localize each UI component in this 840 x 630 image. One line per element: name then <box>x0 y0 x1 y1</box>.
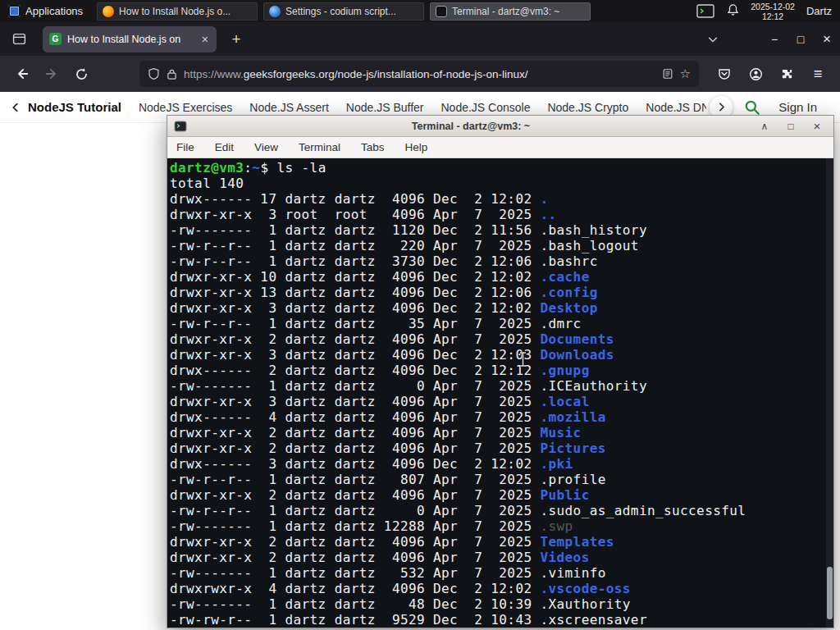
browser-tab-bar: G How to Install Node.js on × + − □ × <box>0 22 840 56</box>
file-name: Documents <box>540 331 614 347</box>
forward-button[interactable] <box>38 61 66 87</box>
bookmark-star-icon[interactable]: ☆ <box>680 66 691 81</box>
tab-title: How to Install Node.js on <box>67 34 194 45</box>
terminal-listing-line: drwxr-xr-x 2 dartz dartz 4096 Apr 7 2025… <box>170 534 833 550</box>
site-nav-link[interactable]: Node.JS Assert <box>249 101 329 114</box>
terminal-listing-line: drwx------ 17 dartz dartz 4096 Dec 2 12:… <box>170 191 833 207</box>
notification-bell-icon[interactable] <box>727 3 739 19</box>
file-name: Desktop <box>540 300 597 316</box>
file-attributes: -rw------- 1 dartz dartz 532 Apr 7 2025 <box>170 565 540 581</box>
taskbar-window-icon <box>269 6 281 17</box>
lock-icon[interactable] <box>167 68 177 80</box>
terminal-window: Terminal - dartz@vm3: ~ ∧ □ × FileEditVi… <box>167 115 834 628</box>
file-name: .. <box>540 207 556 222</box>
pocket-icon[interactable] <box>710 61 738 87</box>
tracking-shield-icon[interactable] <box>148 67 160 80</box>
terminal-listing-line: drwxr-xr-x 13 dartz dartz 4096 Dec 2 12:… <box>170 285 833 300</box>
site-nav-link[interactable]: NodeJS Exercises <box>139 101 232 114</box>
terminal-prompt-separator: : <box>244 160 252 176</box>
file-name: .vscode-oss <box>540 581 630 596</box>
file-name: .profile <box>540 472 605 487</box>
terminal-menu-item[interactable]: Help <box>405 141 428 153</box>
taskbar-window-button[interactable]: How to Install Node.js o... <box>97 2 258 21</box>
file-name: .bash_history <box>540 222 646 238</box>
terminal-listing-line: drwxrwxr-x 4 dartz dartz 4096 Dec 2 12:0… <box>170 581 833 596</box>
search-icon[interactable] <box>744 99 760 116</box>
terminal-scrollbar-thumb[interactable] <box>827 567 833 619</box>
applications-menu-button[interactable]: Applications <box>0 0 91 22</box>
site-favicon: G <box>49 33 62 45</box>
tab-close-icon[interactable]: × <box>200 33 210 46</box>
site-nav-link[interactable]: Node.JS Buffer <box>346 101 424 114</box>
browser-tab[interactable]: G How to Install Node.js on × <box>43 26 217 52</box>
back-button[interactable] <box>8 61 36 87</box>
terminal-output[interactable]: dartz@vm3:~$ ls -la total 140 drwx------… <box>167 158 833 628</box>
firefox-view-icon[interactable] <box>7 27 31 52</box>
terminal-menu-item[interactable]: File <box>176 141 194 153</box>
file-attributes: -rw------- 1 dartz dartz 0 Apr 7 2025 <box>170 378 540 394</box>
panel-username: Dartz <box>806 5 832 17</box>
terminal-listing-line: drwxr-xr-x 10 dartz dartz 4096 Dec 2 12:… <box>170 269 833 285</box>
tray-terminal-icon[interactable] <box>696 4 715 19</box>
terminal-menubar: FileEditViewTerminalTabsHelp <box>167 137 833 158</box>
file-attributes: drwxr-xr-x 2 dartz dartz 4096 Apr 7 2025 <box>170 550 540 565</box>
file-name: .ICEauthority <box>540 378 646 394</box>
minimize-button[interactable]: − <box>761 33 788 46</box>
site-nav-link[interactable]: Node.JS Console <box>441 101 530 114</box>
terminal-listing-line: -rw-r--r-- 1 dartz dartz 3730 Dec 2 12:0… <box>170 253 833 269</box>
file-name: Templates <box>540 534 614 550</box>
terminal-titlebar[interactable]: Terminal - dartz@vm3: ~ ∧ □ × <box>167 116 833 137</box>
list-all-tabs-icon[interactable] <box>699 34 727 45</box>
site-nav-link[interactable]: NodeJS Tutorial <box>28 100 121 114</box>
site-nav-link[interactable]: Node.JS DNS <box>646 101 706 114</box>
taskbar-window-button[interactable]: Settings - codium script... <box>263 2 424 21</box>
file-attributes: drwxr-xr-x 2 dartz dartz 4096 Apr 7 2025 <box>170 425 540 441</box>
terminal-listing-line: drwxr-xr-x 3 dartz dartz 4096 Dec 2 12:0… <box>170 347 833 363</box>
terminal-shade-button[interactable]: ∧ <box>755 121 774 132</box>
file-name: .local <box>540 394 589 409</box>
panel-tray: 2025-12-02 12:12 Dartz <box>696 0 840 22</box>
terminal-prompt-symbol: $ <box>260 160 268 176</box>
terminal-listing-line: -rw------- 1 dartz dartz 48 Dec 2 10:39 … <box>170 596 833 612</box>
account-icon[interactable] <box>742 61 769 87</box>
file-name: .bash_logout <box>540 238 638 253</box>
new-tab-button[interactable]: + <box>225 30 248 48</box>
taskbar-window-button[interactable]: Terminal - dartz@vm3: ~ <box>430 2 591 21</box>
site-nav-links: NodeJS TutorialNodeJS ExercisesNode.JS A… <box>28 100 706 114</box>
file-attributes: drwx------ 3 dartz dartz 4096 Dec 2 12:0… <box>170 456 540 472</box>
site-nav-link[interactable]: Node.JS Crypto <box>547 101 628 114</box>
file-name: .dmrc <box>540 316 581 331</box>
file-attributes: -rw-r--r-- 1 dartz dartz 807 Apr 7 2025 <box>170 472 540 487</box>
file-attributes: -rw------- 1 dartz dartz 12288 Apr 7 202… <box>170 518 540 534</box>
terminal-maximize-button[interactable]: □ <box>781 121 801 132</box>
file-name: .gnupg <box>540 363 589 378</box>
terminal-listing-line: drwxr-xr-x 3 root root 4096 Apr 7 2025 .… <box>170 207 833 222</box>
file-attributes: drwxr-xr-x 3 dartz dartz 4096 Dec 2 12:0… <box>170 300 540 316</box>
maximize-button[interactable]: □ <box>788 33 814 46</box>
terminal-menu-item[interactable]: Tabs <box>361 141 385 153</box>
file-attributes: drwxr-xr-x 2 dartz dartz 4096 Apr 7 2025 <box>170 534 540 550</box>
browser-toolbar: https://www.geeksforgeeks.org/node-js/in… <box>0 56 840 92</box>
terminal-menu-item[interactable]: Terminal <box>299 141 340 153</box>
sign-in-button[interactable]: Sign In <box>778 100 830 114</box>
url-bar[interactable]: https://www.geeksforgeeks.org/node-js/in… <box>139 61 699 87</box>
url-path: geeksforgeeks.org/node-js/installation-o… <box>244 68 528 80</box>
panel-clock[interactable]: 2025-12-02 12:12 <box>751 2 795 21</box>
terminal-close-button[interactable]: × <box>807 119 827 133</box>
terminal-menu-item[interactable]: View <box>254 141 278 153</box>
extensions-icon[interactable] <box>773 61 801 87</box>
reader-mode-icon[interactable] <box>662 68 673 80</box>
file-name: .mozilla <box>540 409 605 425</box>
terminal-listing-line: drwxr-xr-x 3 dartz dartz 4096 Apr 7 2025… <box>170 394 833 409</box>
close-button[interactable]: × <box>814 31 840 48</box>
reload-button[interactable] <box>67 61 95 87</box>
menu-icon[interactable]: ≡ <box>804 61 832 87</box>
terminal-listing-line: drwxr-xr-x 2 dartz dartz 4096 Apr 7 2025… <box>170 550 833 565</box>
url-text[interactable]: https://www.geeksforgeeks.org/node-js/in… <box>184 68 655 80</box>
terminal-scrollbar[interactable] <box>826 158 833 628</box>
nav-scroll-left-icon[interactable] <box>10 102 21 113</box>
terminal-menu-item[interactable]: Edit <box>215 141 234 153</box>
terminal-listing-line: -rw-r--r-- 1 dartz dartz 807 Apr 7 2025 … <box>170 472 833 487</box>
file-name: .Xauthority <box>540 596 630 612</box>
desktop-panel: Applications How to Install Node.js o...… <box>0 0 840 22</box>
